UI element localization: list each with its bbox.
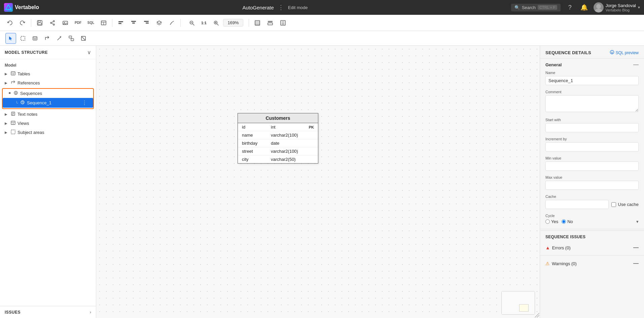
user-menu[interactable]: Jorge Sandoval Vertabelo Blog ▾ <box>594 2 640 12</box>
warnings-collapse-icon: — <box>633 260 639 267</box>
warnings-title: ⚠ Warnings (0) <box>545 261 577 266</box>
image-button[interactable] <box>60 17 71 29</box>
general-section-title: General <box>545 62 562 67</box>
search-shortcut: CTRL + F <box>538 5 557 10</box>
redo-button[interactable] <box>17 17 28 29</box>
references-icon <box>11 80 15 86</box>
zoom-value[interactable]: 169% <box>223 19 243 27</box>
comment-input[interactable] <box>545 95 639 112</box>
customers-table[interactable]: Customers id int PK name varchar2(100) b… <box>238 113 318 164</box>
app-logo: Vertabelo <box>4 3 39 12</box>
undo-button[interactable] <box>4 17 15 29</box>
sidebar-item-references[interactable]: ▶ References <box>0 78 96 87</box>
start-with-input[interactable] <box>545 123 639 132</box>
share-button[interactable] <box>47 17 58 29</box>
general-collapse-button[interactable]: — <box>633 62 639 67</box>
panel-divider-1 <box>540 229 644 229</box>
table-list-button[interactable] <box>98 17 109 29</box>
col-street-type: varchar2(100) <box>271 149 309 154</box>
subject-areas-arrow-icon: ▶ <box>5 131 9 134</box>
cycle-yes-radio[interactable] <box>545 219 550 224</box>
project-title: AutoGenerate <box>242 5 274 10</box>
zoom-reset-button[interactable]: 1:1 <box>199 17 209 29</box>
views-arrow-icon: ▶ <box>5 121 9 125</box>
table-tool[interactable] <box>30 33 40 44</box>
warnings-section-header[interactable]: ⚠ Warnings (0) — <box>540 257 644 270</box>
search-icon: 🔍 <box>514 5 520 10</box>
use-cache-checkbox[interactable] <box>611 202 616 207</box>
toolbar-zoom: 1:1 169% <box>183 17 246 29</box>
svg-point-8 <box>53 21 55 22</box>
svg-point-13 <box>64 22 65 23</box>
text-notes-label: Text notes <box>17 112 91 117</box>
main-area: MODEL STRUCTURE ∨ Model ▶ Tables ▶ <box>0 46 644 318</box>
export-pdf-button[interactable]: PDF <box>72 17 84 29</box>
sequence-1-more-button[interactable]: ⋮ <box>80 100 88 106</box>
ref-elbow-tool[interactable] <box>42 33 52 44</box>
panel-divider-2 <box>540 255 644 256</box>
sequence-issues-section: SEQUENCE ISSUES <box>540 231 644 241</box>
name-field: Name <box>540 69 644 89</box>
export-sql-button[interactable]: SQL <box>85 17 97 29</box>
align-center-button[interactable] <box>128 17 139 29</box>
align-left-button[interactable] <box>115 17 127 29</box>
user-chevron-icon: ▾ <box>638 5 640 10</box>
compact-view-button[interactable] <box>264 17 276 29</box>
col-id-pk: PK <box>309 125 314 129</box>
sidebar-item-text-notes[interactable]: ▶ Text notes <box>0 110 96 119</box>
sidebar-item-views[interactable]: ▶ Views <box>0 119 96 128</box>
project-menu-button[interactable]: ⋮ <box>277 3 285 12</box>
zoom-out-button[interactable] <box>186 17 198 29</box>
ref-straight-tool[interactable] <box>54 33 65 44</box>
issues-bar[interactable]: ISSUES › <box>0 306 96 318</box>
sql-preview-button[interactable]: S SQL preview <box>610 50 639 56</box>
help-button[interactable]: ? <box>565 3 575 12</box>
name-input[interactable] <box>545 76 639 85</box>
min-value-input[interactable] <box>545 162 639 171</box>
sidebar-item-subject-areas[interactable]: ▶ Subject areas <box>0 128 96 137</box>
right-panel: SEQUENCE DETAILS S SQL preview General —… <box>540 46 644 318</box>
layers-button[interactable] <box>153 17 165 29</box>
use-cache-label[interactable]: Use cache <box>611 202 639 207</box>
rect-select-tool[interactable] <box>17 33 28 44</box>
disable-tool[interactable] <box>78 33 89 44</box>
sidebar-collapse-button[interactable]: ∨ <box>87 49 91 56</box>
multi-ref-tool[interactable] <box>66 33 77 44</box>
cycle-label: Cycle <box>545 214 639 218</box>
search-bar[interactable]: 🔍 Search CTRL + F <box>511 4 561 11</box>
sidebar-item-sequence-1[interactable]: └ Sequence_1 ⋮ <box>3 98 93 108</box>
striped-view-button[interactable] <box>252 17 263 29</box>
avatar <box>594 2 604 12</box>
notifications-button[interactable]: 🔔 <box>579 3 589 12</box>
svg-point-7 <box>50 22 52 24</box>
route-button[interactable] <box>166 17 178 29</box>
canvas-resize-handle[interactable] <box>534 313 540 318</box>
svg-rect-17 <box>118 21 123 22</box>
canvas-grid <box>96 46 540 318</box>
cycle-yes-option[interactable]: Yes <box>545 219 558 224</box>
cache-input[interactable] <box>545 200 609 209</box>
full-view-button[interactable] <box>277 17 289 29</box>
select-tool[interactable] <box>5 33 16 44</box>
sequences-label: Sequences <box>20 91 88 96</box>
increment-by-input[interactable] <box>545 142 639 151</box>
cycle-no-option[interactable]: No <box>562 219 573 224</box>
canvas[interactable]: Customers id int PK name varchar2(100) b… <box>96 46 540 318</box>
tables-arrow-icon: ▶ <box>5 72 9 76</box>
sequence-child-connector: └ <box>15 101 18 105</box>
errors-section-header[interactable]: ▲ Errors (0) — <box>540 241 644 254</box>
cycle-no-radio[interactable] <box>562 219 566 224</box>
svg-line-30 <box>217 24 218 25</box>
user-info: Jorge Sandoval Vertabelo Blog <box>606 3 636 12</box>
align-right-button[interactable] <box>141 17 152 29</box>
save-button[interactable] <box>34 17 45 29</box>
max-value-label: Max value <box>545 175 639 179</box>
sidebar-item-sequences[interactable]: ▼ Sequences <box>3 89 93 98</box>
sidebar-item-tables[interactable]: ▶ Tables <box>0 69 96 78</box>
max-value-input[interactable] <box>545 181 639 190</box>
references-label: References <box>17 80 91 85</box>
zoom-in-button[interactable] <box>210 17 222 29</box>
text-notes-arrow-icon: ▶ <box>5 112 9 116</box>
references-arrow-icon: ▶ <box>5 81 9 85</box>
cycle-expand-button[interactable]: ▾ <box>636 219 639 224</box>
